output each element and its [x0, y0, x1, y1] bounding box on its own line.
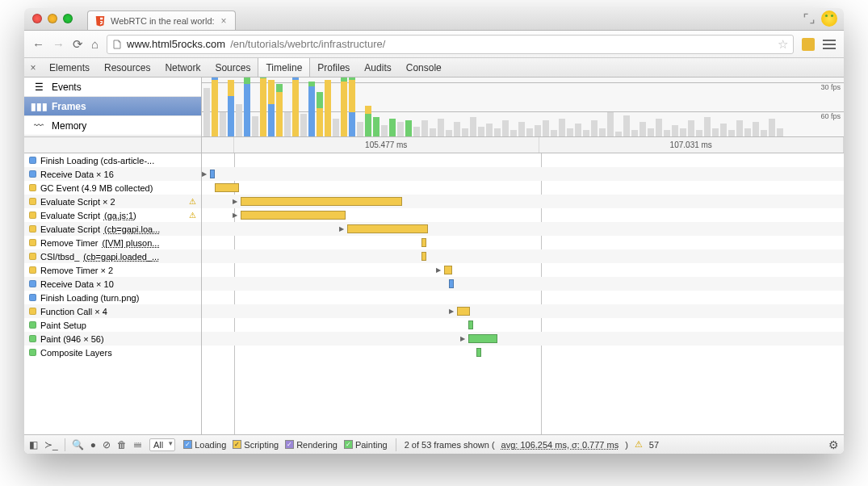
record-row[interactable]: Remove Timer ([VM] pluson...	[24, 236, 201, 249]
timeline-bar[interactable]	[468, 321, 473, 329]
record-row[interactable]: Paint (946 × 56)	[24, 332, 201, 346]
memory-icon: 〰	[32, 120, 45, 132]
chk-rendering-label: Rendering	[296, 440, 338, 450]
color-swatch	[29, 253, 36, 260]
tab-audits[interactable]: Audits	[357, 58, 398, 77]
settings-gear-icon[interactable]: ⚙	[828, 438, 839, 451]
record-row[interactable]: Composite Layers	[24, 346, 201, 359]
frames-icon: ▮▮▮	[32, 101, 45, 112]
clear-icon[interactable]: ⊘	[103, 439, 111, 450]
warning-icon: ⚠	[189, 197, 196, 206]
record-row[interactable]: Finish Loading (turn.png)	[24, 291, 201, 304]
smiley-icon	[821, 10, 837, 27]
mode-events-label: Events	[52, 82, 82, 93]
timeline-bar[interactable]	[421, 238, 426, 247]
extension-icon[interactable]	[802, 38, 815, 51]
timeline-bar[interactable]	[241, 197, 402, 206]
filter-icon[interactable]: ⩸	[133, 439, 143, 450]
record-row[interactable]: Remove Timer × 2	[24, 263, 201, 277]
devtools-close-icon[interactable]: ×	[24, 58, 42, 77]
dock-icon[interactable]: ◧	[29, 439, 38, 450]
record-label: Paint (946 × 56)	[40, 334, 104, 344]
home-button[interactable]: ⌂	[91, 37, 99, 51]
bookmark-star-icon[interactable]: ☆	[778, 37, 788, 52]
record-row[interactable]: Finish Loading (cds-article-...	[24, 153, 201, 167]
reload-button[interactable]: ⟳	[73, 37, 83, 52]
record-row[interactable]: GC Event (4.9 MB collected)	[24, 181, 201, 195]
chk-scripting[interactable]: ✓Scripting	[233, 440, 279, 450]
window-close-button[interactable]	[32, 14, 42, 23]
mode-frames[interactable]: ▮▮▮ Frames	[24, 97, 201, 116]
record-row[interactable]: Receive Data × 10	[24, 277, 201, 291]
timeline-bar[interactable]	[215, 183, 239, 192]
record-icon[interactable]: ●	[90, 439, 96, 450]
record-label: CSI/tbsd_	[40, 252, 79, 262]
color-swatch	[29, 198, 36, 205]
tab-network[interactable]: Network	[157, 58, 208, 77]
record-list[interactable]: Finish Loading (cds-article-...Receive D…	[24, 153, 202, 434]
tab-profiles[interactable]: Profiles	[310, 58, 357, 77]
color-swatch	[29, 294, 36, 301]
timeline-bar[interactable]	[476, 348, 481, 357]
console-icon[interactable]: ≻_	[44, 439, 58, 450]
tab-elements[interactable]: Elements	[42, 58, 97, 77]
window-minimize-button[interactable]	[48, 14, 57, 23]
filter-select[interactable]: All	[149, 438, 175, 451]
record-row[interactable]: Function Call × 4	[24, 304, 201, 318]
timeline-bar[interactable]	[457, 307, 470, 316]
record-link[interactable]: (cb=gapi.loaded_...	[83, 252, 159, 262]
events-icon: ☰	[32, 82, 45, 93]
timeline-ruler: 105.477 ms 107.031 ms	[24, 137, 844, 153]
browser-tab[interactable]: WebRTC in the real world: ×	[87, 10, 236, 30]
browser-toolbar: ← → ⟳ ⌂ www.html5rocks.com/en/tutorials/…	[24, 31, 844, 58]
chk-loading[interactable]: ✓Loading	[183, 440, 226, 450]
ruler-frame-2: 107.031 ms	[539, 137, 845, 153]
mode-memory[interactable]: 〰 Memory	[24, 116, 201, 136]
record-label: Evaluate Script × 2	[40, 197, 115, 207]
tab-timeline[interactable]: Timeline	[258, 58, 310, 77]
record-label: Remove Timer	[40, 238, 99, 248]
chk-painting-label: Painting	[355, 440, 388, 450]
chk-painting[interactable]: ✓Painting	[344, 440, 388, 450]
timeline-bar[interactable]	[468, 334, 497, 343]
devtools-statusbar: ◧ ≻_ 🔍 ● ⊘ 🗑 ⩸ All ✓Loading ✓Scripting ✓…	[24, 434, 844, 454]
menu-button[interactable]	[823, 40, 836, 49]
html5-icon	[94, 15, 106, 27]
color-swatch	[29, 239, 36, 246]
window-zoom-button[interactable]	[63, 14, 73, 23]
record-label: Finish Loading (turn.png)	[40, 293, 139, 303]
record-link[interactable]: (ga.js:1)	[104, 211, 136, 220]
tab-resources[interactable]: Resources	[97, 58, 157, 77]
record-row[interactable]: Evaluate Script (cb=gapi.loa...	[24, 222, 201, 236]
gc-icon[interactable]: 🗑	[117, 439, 127, 450]
address-bar[interactable]: www.html5rocks.com/en/tutorials/webrtc/i…	[107, 35, 794, 54]
timeline-bar[interactable]	[449, 279, 454, 288]
tab-close-icon[interactable]: ×	[220, 15, 229, 27]
timeline-bar[interactable]	[444, 266, 452, 274]
record-lanes[interactable]: ▶▶▶▶▶▶▶	[202, 153, 844, 434]
timeline-bar[interactable]	[241, 211, 346, 220]
record-row[interactable]: CSI/tbsd_ (cb=gapi.loaded_...	[24, 249, 201, 263]
mode-frames-label: Frames	[52, 101, 86, 112]
record-label: Evaluate Script	[40, 211, 100, 220]
search-icon[interactable]: 🔍	[72, 439, 84, 450]
url-host: www.html5rocks.com	[127, 38, 225, 50]
timeline-bar[interactable]	[421, 252, 426, 261]
back-button[interactable]: ←	[32, 37, 44, 51]
fullscreen-icon[interactable]	[803, 13, 815, 24]
tab-console[interactable]: Console	[399, 58, 449, 77]
record-link[interactable]: ([VM] pluson...	[103, 238, 160, 248]
timeline-bar[interactable]	[210, 170, 215, 178]
timeline-bar[interactable]	[347, 224, 428, 233]
mode-events[interactable]: ☰ Events	[24, 78, 201, 97]
timeline-overview[interactable]: 30 fps 60 fps	[202, 78, 844, 136]
record-row[interactable]: Paint Setup	[24, 318, 201, 332]
chk-rendering[interactable]: ✓Rendering	[285, 440, 338, 450]
record-row[interactable]: Receive Data × 16	[24, 167, 201, 181]
record-row[interactable]: Evaluate Script (ga.js:1)⚠	[24, 208, 201, 222]
record-link[interactable]: (cb=gapi.loa...	[104, 224, 160, 234]
forward-button[interactable]: →	[52, 37, 65, 51]
tab-sources[interactable]: Sources	[208, 58, 258, 77]
window-controls	[32, 14, 73, 23]
record-row[interactable]: Evaluate Script × 2⚠	[24, 195, 201, 208]
